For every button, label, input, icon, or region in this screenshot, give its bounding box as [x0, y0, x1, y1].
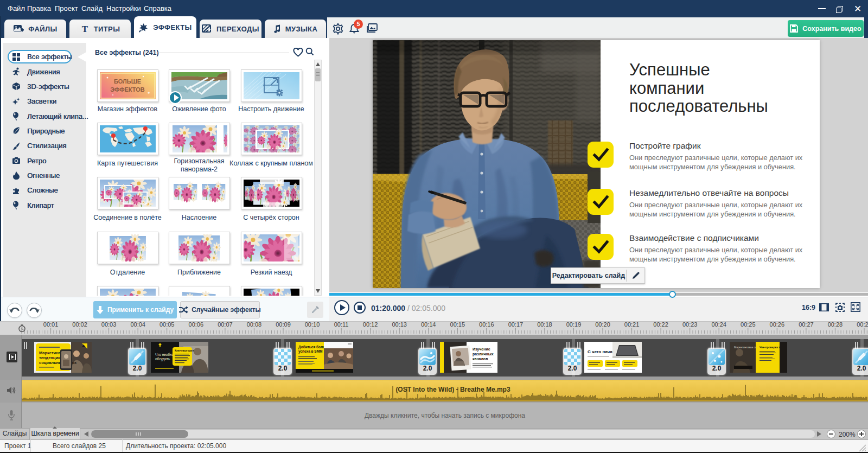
svg-text:00:20: 00:20 — [595, 321, 610, 328]
svg-text:00:11: 00:11 — [334, 321, 349, 328]
svg-text:00:21: 00:21 — [624, 321, 640, 328]
svg-text:00:14: 00:14 — [421, 321, 436, 328]
svg-text:00:17: 00:17 — [508, 321, 524, 328]
svg-text:00:29: 00:29 — [857, 321, 868, 328]
svg-text:00:25: 00:25 — [741, 321, 756, 328]
svg-text:00:04: 00:04 — [130, 321, 145, 328]
svg-text:00:05: 00:05 — [159, 321, 175, 328]
svg-text:T: T — [82, 24, 88, 34]
svg-text:обсудить: обсудить — [155, 357, 170, 361]
svg-text:каналов: каналов — [473, 357, 488, 361]
svg-text:00:19: 00:19 — [566, 321, 582, 328]
svg-text:00:22: 00:22 — [653, 321, 668, 328]
svg-text:00:23: 00:23 — [682, 321, 698, 328]
svg-text:Ключевые шаги: Ключевые шаги — [175, 349, 194, 352]
svg-text:00:13: 00:13 — [392, 321, 407, 328]
svg-text:00:15: 00:15 — [450, 321, 465, 328]
svg-text:00:16: 00:16 — [479, 321, 494, 328]
svg-text:00:12: 00:12 — [363, 321, 378, 328]
svg-text:ЭФФЕКТОВ: ЭФФЕКТОВ — [110, 86, 145, 93]
svg-text:00:03: 00:03 — [101, 321, 117, 328]
svg-text:успеха в SMM: успеха в SMM — [298, 349, 323, 354]
svg-text:БОЛЬШЕ: БОЛЬШЕ — [114, 78, 141, 85]
svg-text:00:06: 00:06 — [189, 321, 204, 328]
svg-text:00:01: 00:01 — [43, 321, 59, 328]
svg-text:00:24: 00:24 — [711, 321, 726, 328]
svg-text:00:02: 00:02 — [72, 321, 87, 328]
svg-text:00:26: 00:26 — [770, 321, 785, 328]
svg-text:Изучение: Изучение — [473, 347, 490, 352]
svg-text:различных: различных — [473, 352, 494, 356]
svg-text:00:27: 00:27 — [799, 321, 814, 328]
svg-text:00:09: 00:09 — [276, 321, 291, 328]
svg-text:00:28: 00:28 — [828, 321, 843, 328]
svg-text:00:10: 00:10 — [305, 321, 320, 328]
svg-text:00:07: 00:07 — [218, 321, 233, 328]
svg-text:00:08: 00:08 — [247, 321, 262, 328]
svg-text:00:18: 00:18 — [537, 321, 552, 328]
